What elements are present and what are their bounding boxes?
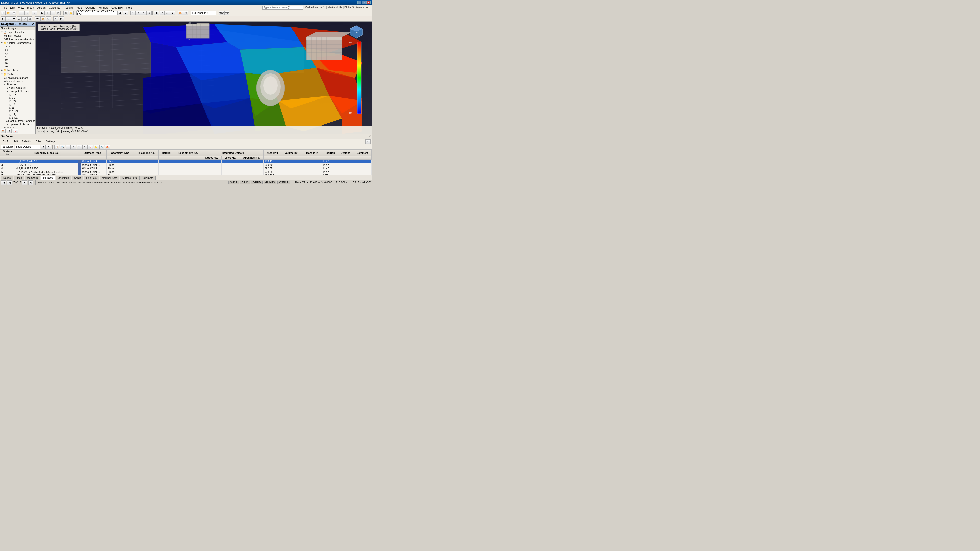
lc-combo[interactable]: S:CO2 CO2: LC1 + LC2 + LC3 + LC4: [76, 11, 117, 15]
results-menu-edit[interactable]: Edit: [12, 140, 19, 143]
table-tb-8[interactable]: 📐: [94, 144, 99, 149]
maximize-button[interactable]: □: [362, 1, 366, 4]
table-row[interactable]: 51,2,14,271,270,65,28-33,66,69,242,6,5..…: [0, 170, 372, 174]
tb-pan[interactable]: ✋: [68, 11, 74, 15]
filter-next[interactable]: ▶: [46, 144, 51, 149]
tree-stresses[interactable]: ▼ Stresses: [0, 83, 35, 86]
tree-sigma2m[interactable]: σ2-: [0, 103, 35, 106]
nav-btn-3[interactable]: 📊: [13, 129, 18, 133]
tree-sigmaEm[interactable]: σE,m: [0, 110, 35, 113]
table-tb-4[interactable]: ↑: [71, 144, 76, 149]
table-tb-5[interactable]: ⊕: [77, 144, 82, 149]
table-row[interactable]: 116,17,28,65-47,18Without Thick...Plane1…: [0, 160, 372, 163]
view-combo[interactable]: 1 - Global XYZ: [191, 11, 216, 15]
nav-btn-2[interactable]: ⚙: [6, 129, 12, 133]
btab-openings[interactable]: Openings: [56, 176, 71, 180]
tb-print[interactable]: 🖨: [32, 11, 37, 15]
tree-equiv-stresses[interactable]: ▶ Equivalent Stresses: [0, 123, 35, 126]
tb2-color[interactable]: 🎨: [40, 16, 45, 21]
tree-principal-stresses[interactable]: ▼ Principal Stresses: [0, 89, 35, 93]
table-row[interactable]: 7273,274,388,403-397,470-459,275Without …: [0, 174, 372, 175]
menu-results[interactable]: Results: [62, 6, 75, 10]
tb-snap[interactable]: SNAP: [219, 11, 224, 15]
view-cube[interactable]: XYZ: [348, 24, 364, 40]
menu-window[interactable]: Window: [97, 6, 110, 10]
btab-solid-sets[interactable]: Solid Sets: [139, 176, 156, 180]
tree-final-results[interactable]: Final Results: [0, 34, 35, 38]
tree-elastic-components[interactable]: ▶ Elastic Stress Components: [0, 119, 35, 123]
tree-strains[interactable]: ▼ Strains: [0, 126, 35, 128]
osnap-btn[interactable]: OSNAP: [277, 181, 290, 184]
tb-view-1[interactable]: 1: [130, 11, 135, 15]
tb-line-view[interactable]: ╱: [159, 11, 165, 15]
close-button[interactable]: ✕: [366, 1, 371, 4]
tb2-display[interactable]: 👁: [35, 16, 40, 21]
tb2-2[interactable]: ⊙: [6, 16, 11, 21]
tb2-1[interactable]: ▶: [0, 16, 6, 21]
filter-prev[interactable]: ◀: [41, 144, 46, 149]
tb-surf-view[interactable]: ▭: [165, 11, 170, 15]
table-tb-2[interactable]: 🔍: [60, 144, 65, 149]
page-last[interactable]: ▶|: [28, 180, 33, 185]
table-tb-7[interactable]: 📊: [88, 144, 93, 149]
tb2-deform[interactable]: ≈: [53, 16, 59, 21]
menu-tools[interactable]: Tools: [74, 6, 84, 10]
tb-wire[interactable]: ⬚: [183, 11, 188, 15]
table-tb-1[interactable]: 📋: [54, 144, 59, 149]
nav-btn-1[interactable]: 🏠: [0, 129, 6, 133]
btab-members[interactable]: Members: [25, 176, 40, 180]
results-table-container[interactable]: SurfaceNo. Boundary Lines No. Stiffness …: [0, 149, 372, 175]
results-close-icon[interactable]: ✕: [368, 135, 371, 138]
menu-view[interactable]: View: [17, 6, 26, 10]
results-close-btn[interactable]: ✕: [366, 139, 371, 144]
results-menu-selection[interactable]: Selection: [21, 140, 34, 143]
keyword-search[interactable]: [262, 6, 303, 10]
tb-view-2[interactable]: 2: [136, 11, 141, 15]
tree-type-of-results[interactable]: ▼ 📋 Type of results: [0, 30, 35, 34]
tree-sigma2p[interactable]: σ2+: [0, 100, 35, 103]
tb-node-view[interactable]: ⬟: [154, 11, 159, 15]
tb2-4[interactable]: △: [17, 16, 22, 21]
tree-uy[interactable]: uy: [0, 52, 35, 55]
btab-solids[interactable]: Solids: [72, 176, 83, 180]
page-first[interactable]: |◀: [1, 180, 6, 185]
tree-u[interactable]: ▶ |u|: [0, 45, 35, 48]
tb2-animate[interactable]: ▶: [59, 16, 64, 21]
tb-solid-view[interactable]: ■: [170, 11, 175, 15]
tree-members[interactable]: ▶ 📁 Members: [0, 68, 35, 72]
bgrid-btn[interactable]: BGRID: [251, 181, 262, 184]
menu-insert[interactable]: Insert: [25, 6, 36, 10]
results-menu-settings[interactable]: Settings: [45, 140, 57, 143]
btab-surface-sets[interactable]: Surface Sets: [120, 176, 139, 180]
table-row[interactable]: 319-26,38-45,27Without Thick...Plane50.0…: [0, 163, 372, 167]
tb-grid[interactable]: GRID: [224, 11, 229, 15]
tree-tauMax[interactable]: τmax: [0, 116, 35, 119]
btab-surfaces[interactable]: Surfaces: [41, 176, 55, 180]
tb-view-3[interactable]: 3: [141, 11, 146, 15]
tree-local-def[interactable]: ▶ Local Deformations: [0, 76, 35, 79]
btab-line-sets[interactable]: Line Sets: [84, 176, 99, 180]
menu-assign[interactable]: Assign: [36, 6, 47, 10]
menu-cad-bim[interactable]: CAD-BIM: [110, 6, 124, 10]
tb2-3[interactable]: ⬢: [11, 16, 16, 21]
tb-view-4[interactable]: 4: [146, 11, 151, 15]
page-next[interactable]: ▶: [22, 180, 27, 185]
tree-internal-forces[interactable]: ▶ Internal Forces: [0, 79, 35, 83]
tree-sigma1m[interactable]: σ1-: [0, 96, 35, 100]
snap-btn[interactable]: SNAP: [228, 181, 239, 184]
tree-basic-stresses[interactable]: ▶ Basic Stresses: [0, 86, 35, 89]
btab-nodes[interactable]: Nodes: [1, 176, 13, 180]
grid-btn[interactable]: GRID: [240, 181, 250, 184]
table-tb-9[interactable]: 🔧: [99, 144, 104, 149]
tb2-5[interactable]: ⬡: [22, 16, 27, 21]
results-menu-view[interactable]: View: [35, 140, 44, 143]
menu-edit[interactable]: Edit: [9, 6, 17, 10]
tb-zoom-out[interactable]: −: [50, 11, 56, 15]
tree-phiz[interactable]: φz: [0, 65, 35, 68]
btab-member-sets[interactable]: Member Sets: [100, 176, 119, 180]
menu-help[interactable]: Help: [125, 6, 134, 10]
tree-phiy[interactable]: φy: [0, 62, 35, 65]
minimize-button[interactable]: ─: [357, 1, 361, 4]
filter-combo-2[interactable]: Basic Objects: [14, 144, 40, 149]
table-tb-3[interactable]: ↓: [65, 144, 71, 149]
